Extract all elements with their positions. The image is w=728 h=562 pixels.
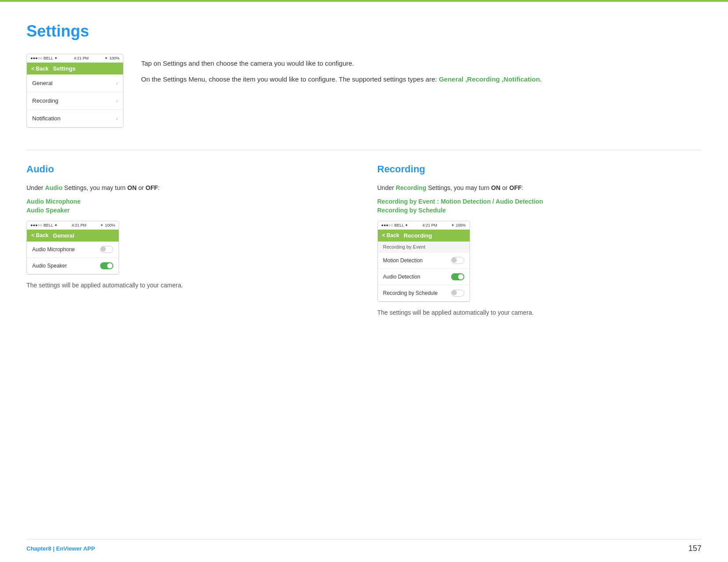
- recording-by-event-link: Recording by Event : Motion Detection / …: [377, 198, 702, 205]
- status-left: ●●●○○ BELL ✦: [381, 223, 409, 227]
- audio-microphone-row: Audio Microphone: [27, 242, 119, 258]
- footer: Chapter8 | EnViewer APP 157: [26, 539, 702, 553]
- top-accent-bar: [0, 0, 728, 2]
- status-center: 4:21 PM: [71, 223, 86, 227]
- motion-detection-toggle[interactable]: [451, 257, 464, 264]
- recording-heading: Recording: [377, 164, 702, 175]
- description-line1: Tap on Settings and then choose the came…: [141, 58, 702, 69]
- audio-detection-label: Audio Detection: [383, 274, 421, 280]
- menu-item-general[interactable]: General ›: [27, 74, 123, 92]
- recording-bottom-text: The settings will be applied automatical…: [377, 309, 702, 316]
- back-button[interactable]: < Back: [31, 66, 49, 72]
- audio-phone-mockup: ●●●○○ BELL ✦ 4:21 PM ✶ 100% < Back Gener…: [26, 221, 119, 275]
- audio-column: Audio Under Audio Settings, you may turn…: [26, 164, 351, 316]
- audio-microphone-toggle[interactable]: [100, 246, 113, 253]
- recording-event-label: Recording by Event: [383, 244, 426, 249]
- recording-by-schedule-row: Recording by Schedule: [378, 285, 470, 301]
- status-left: ●●●○○ BELL ✦: [30, 56, 58, 60]
- menu-item-recording[interactable]: Recording ›: [27, 92, 123, 110]
- status-left: ●●●○○ BELL ✦: [30, 223, 58, 227]
- description-line2: On the Settings Menu, choose the item yo…: [141, 74, 702, 85]
- recording-phone-mockup: ●●●○○ BELL ✦ 4:21 PM ✶ 100% < Back Recor…: [377, 221, 470, 302]
- recording-schedule-label: Recording by Schedule: [383, 290, 438, 296]
- audio-nav-bar: < Back General: [27, 230, 119, 242]
- chevron-icon: ›: [116, 116, 118, 121]
- recording-nav-title: Recording: [404, 232, 432, 239]
- section-divider: [26, 150, 702, 150]
- two-col-section: Audio Under Audio Settings, you may turn…: [26, 164, 702, 316]
- audio-microphone-label: Audio Microphone: [32, 246, 75, 253]
- recording-column: Recording Under Recording Settings, you …: [377, 164, 702, 316]
- page-title: Settings: [26, 22, 702, 41]
- audio-speaker-label: Audio Speaker: [32, 263, 67, 269]
- recording-nav-bar: < Back Recording: [378, 230, 470, 242]
- top-section: ●●●○○ BELL ✦ 4:21 PM ✶ 100% < Back Setti…: [26, 54, 702, 128]
- status-right: ✶ 100%: [451, 223, 466, 227]
- audio-intro: Under Audio Settings, you may turn ON or…: [26, 183, 351, 194]
- audio-heading: Audio: [26, 164, 351, 175]
- footer-page-number: 157: [688, 544, 702, 553]
- audio-speaker-row: Audio Speaker: [27, 258, 119, 274]
- audio-speaker-toggle[interactable]: [100, 262, 113, 269]
- audio-detection-row: Audio Detection: [378, 269, 470, 285]
- status-center: 4:21 PM: [74, 56, 89, 60]
- nav-bar: < Back Settings: [27, 63, 123, 74]
- audio-back-button[interactable]: < Back: [31, 232, 49, 238]
- recording-status-bar: ●●●○○ BELL ✦ 4:21 PM ✶ 100%: [378, 221, 470, 230]
- status-center: 4:21 PM: [422, 223, 437, 227]
- audio-bottom-text: The settings will be applied automatical…: [26, 282, 351, 289]
- recording-back-button[interactable]: < Back: [382, 232, 399, 238]
- motion-detection-label: Motion Detection: [383, 257, 423, 264]
- recording-by-event-header: Recording by Event: [378, 242, 470, 253]
- menu-item-notification[interactable]: Notification ›: [27, 110, 123, 127]
- status-right: ✶ 100%: [105, 56, 119, 60]
- recording-by-schedule-link: Recording by Schedule: [377, 207, 702, 214]
- status-right: ✶ 100%: [100, 223, 115, 227]
- settings-phone-mockup: ●●●○○ BELL ✦ 4:21 PM ✶ 100% < Back Setti…: [26, 54, 123, 128]
- audio-microphone-link: Audio Microphone: [26, 198, 351, 205]
- nav-title: Settings: [53, 65, 75, 72]
- motion-detection-row: Motion Detection: [378, 253, 470, 269]
- chevron-icon: ›: [116, 98, 118, 104]
- audio-detection-toggle[interactable]: [451, 273, 464, 280]
- footer-left: Chapter8 | EnViewer APP: [26, 545, 95, 552]
- settings-description: Tap on Settings and then choose the came…: [141, 54, 702, 90]
- recording-schedule-toggle[interactable]: [451, 290, 464, 297]
- recording-intro: Under Recording Settings, you may turn O…: [377, 183, 702, 194]
- audio-status-bar: ●●●○○ BELL ✦ 4:21 PM ✶ 100%: [27, 221, 119, 230]
- chevron-icon: ›: [116, 81, 118, 86]
- audio-nav-title: General: [53, 232, 74, 239]
- audio-speaker-link: Audio Speaker: [26, 207, 351, 214]
- status-bar: ●●●○○ BELL ✦ 4:21 PM ✶ 100%: [27, 54, 123, 63]
